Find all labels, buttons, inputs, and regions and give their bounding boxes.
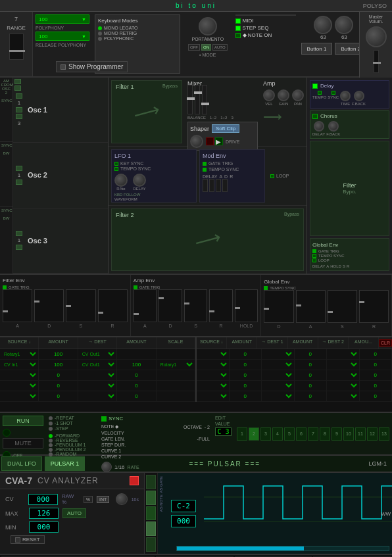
amp-vel-knob[interactable] [263,89,275,101]
cva-auto-btn[interactable]: AUTO [62,508,86,518]
filter1-bypass[interactable]: Bypass [162,84,178,88]
mr-r5-dest1-select[interactable] [262,393,294,399]
lfo-key-sync[interactable]: KEY SYNC [114,161,193,166]
delay-time-knob[interactable] [340,91,351,101]
lfo-tempo-sync[interactable]: TEMPO SYNC [114,166,193,171]
mr-r3-source-select[interactable] [197,372,229,378]
mr-r2-dest2-select[interactable] [327,362,359,368]
amp-env-r-fader[interactable] [209,289,233,322]
filter-env-a-fader[interactable] [3,289,32,322]
seq-1shot[interactable]: -1 SHOT [49,421,96,425]
amp-env-hold-fader[interactable] [235,289,258,322]
amp-env-d-fader[interactable] [159,289,182,322]
run-button[interactable]: RUN [3,416,43,426]
master-volume-knob[interactable] [366,26,387,47]
mr-r1-d2[interactable] [327,349,360,359]
ml-r2-scale-select[interactable]: Rotary1 [157,362,195,368]
mod-env-d-fader[interactable] [216,179,221,192]
ml-r3-dest-select[interactable] [78,372,116,378]
ml-r3-source-select[interactable] [0,372,38,378]
step-1[interactable]: 1 [237,427,247,441]
amp-gain-knob[interactable] [278,89,289,101]
mute-button[interactable]: MUTE [3,438,43,448]
delay-feedback-knob[interactable] [354,91,364,101]
ml-r3-source[interactable] [0,370,39,380]
trig-step-seq[interactable]: STEP SEQ [235,25,296,31]
cva-reset-btn[interactable]: RESET [11,535,45,544]
seq-repeat[interactable]: -REPEAT [49,416,96,420]
step-10[interactable]: 10 [343,427,354,441]
mr-r1-dest1-select[interactable] [262,351,294,357]
ml-r5-source[interactable] [0,391,39,401]
mod-env-gate-trig[interactable]: GATE TRIG [203,161,262,166]
mr-r2-dest1-select[interactable] [262,362,294,368]
trig-note-on[interactable]: ◆ NOTE ON [235,32,296,38]
cva-raw-btn[interactable]: % [84,496,93,503]
kb-mono-legato[interactable]: MONO LEGATO [98,26,177,30]
chorus-delay-knob[interactable] [314,121,324,132]
polyphony-btn[interactable]: 100 ▼ [36,14,89,24]
kb-polyphonic[interactable]: POLYPHONIC [98,36,177,41]
global-env-tempo-sync[interactable]: TEMPO SYNC [312,254,387,258]
range-slider[interactable] [9,34,24,60]
clear-btn[interactable]: CLR [379,337,392,349]
mod-env-a-fader[interactable] [209,179,214,192]
mr-r1-d1[interactable] [262,349,295,359]
ge-delay-fader[interactable] [264,290,293,323]
osc1-num2[interactable] [16,114,22,119]
shaper-play-btn[interactable]: ▶ [215,137,223,145]
mr-r2-source-select[interactable] [197,362,229,368]
step-11[interactable]: 11 [355,427,366,441]
ml-r2-scale[interactable]: Rotary1 [157,360,195,370]
dual-lfo-tab[interactable]: DUAL LFO [1,456,42,471]
button1[interactable]: Button 1 [301,43,333,55]
filter2-bypass[interactable]: Bypass [284,212,299,216]
mr-r4-dest1-select[interactable] [262,383,294,389]
ml-r4-dest[interactable] [78,381,117,391]
show-programmer-btn[interactable]: Show Programmer [56,61,128,72]
ml-r5-dest[interactable] [78,391,117,401]
port-off[interactable]: OFF [188,44,200,51]
ge-a-fader[interactable] [296,290,326,323]
mr-r3-dest2-select[interactable] [327,372,359,378]
step-5[interactable]: 5 [284,427,295,441]
amp-env-a-fader[interactable] [134,289,157,322]
mr-r4-source-select[interactable] [197,383,229,389]
portamento-knob[interactable] [199,17,217,36]
mod-env-r-fader[interactable] [222,179,228,192]
step-7[interactable]: 7 [308,427,318,441]
step-3[interactable]: 3 [260,427,271,441]
seq-reverse[interactable]: -REVERSE [49,438,96,443]
ml-r1-dest-select[interactable]: CV Out1 [78,351,116,357]
global-env-gate-trig[interactable]: GATE TRIG [312,249,387,253]
step-4[interactable]: 4 [272,427,283,441]
port-on[interactable]: ON [201,44,211,51]
step-12[interactable]: 12 [367,427,378,441]
step-6[interactable]: 6 [296,427,306,441]
mr-r1-s[interactable] [197,349,230,359]
amp-env-s-fader[interactable] [184,289,208,322]
ml-r4-source[interactable] [0,381,39,391]
mixer-fader1[interactable] [187,85,193,114]
mr-r4-dest2-select[interactable] [327,383,359,389]
chorus-feedback-knob[interactable] [328,121,339,132]
mr-r1-dest2-select[interactable] [327,351,359,357]
global-env-loop[interactable]: LOOP [312,258,387,262]
mr-r3-dest1-select[interactable] [262,372,294,378]
ml-r2-dest[interactable]: CV Out1 [78,360,117,370]
mixer-fader3[interactable] [202,85,207,114]
shaper-stop-btn[interactable] [206,137,214,145]
shaper-drive-knob[interactable] [190,135,203,148]
ml-r1-dest[interactable]: CV Out1 [78,349,117,359]
step-13[interactable]: 13 [379,427,389,441]
release-poly-btn[interactable]: 100 ▼ [36,32,89,41]
mode-btn[interactable]: ▪ MODE [199,53,216,57]
ml-r1-source[interactable]: Rotary1 [0,349,39,359]
cva-close-btn[interactable] [130,476,139,485]
trig-knob1[interactable] [314,16,332,34]
mixer-fader2[interactable] [195,85,200,114]
filter-env-r-fader[interactable] [98,289,128,322]
shaper-softclip-btn[interactable]: Soft Clip [212,124,239,133]
seq-random[interactable]: -RANDOM [49,452,96,456]
mr-r5-source-select[interactable] [197,393,229,399]
